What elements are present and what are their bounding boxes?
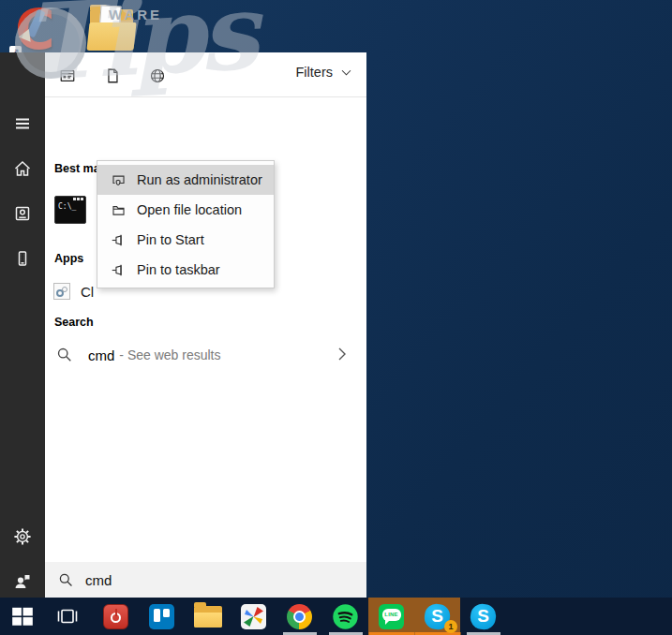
home-icon[interactable] — [0, 148, 45, 189]
menu-item-pin-to-start[interactable]: Pin to Start — [97, 225, 274, 255]
menu-item-run-as-administrator[interactable]: Run as administrator — [97, 165, 274, 195]
search-icon — [56, 347, 73, 363]
devices-icon[interactable] — [0, 238, 45, 279]
power-app-icon — [103, 604, 128, 629]
taskbar: LINE S 1 S — [0, 598, 672, 635]
web-search-result[interactable]: cmd - See web results — [45, 341, 366, 369]
search-box[interactable] — [45, 562, 366, 598]
desktop-screen: C ↗ — [0, 0, 672, 635]
taskbar-app-spotify[interactable] — [322, 598, 368, 635]
command-prompt-icon: C:\_ — [54, 196, 86, 224]
open-file-location-icon — [111, 202, 127, 218]
documents-tab-icon[interactable] — [102, 66, 123, 86]
web-tab-icon[interactable] — [147, 66, 168, 86]
pin-icon — [111, 232, 127, 248]
apps-tab-icon[interactable] — [57, 66, 78, 86]
web-hint: - See web results — [119, 347, 220, 362]
taskbar-app-power[interactable] — [93, 598, 139, 635]
notebook-icon[interactable] — [0, 193, 45, 234]
pin-icon — [111, 262, 127, 278]
taskbar-app-photoscape[interactable] — [231, 598, 276, 635]
menu-item-label: Pin to Start — [137, 232, 204, 247]
trello-icon — [149, 604, 174, 629]
windows-logo-icon — [10, 604, 35, 628]
run-as-administrator-icon — [111, 172, 127, 188]
taskbar-app-chrome[interactable] — [276, 598, 322, 635]
taskbar-app-line[interactable]: LINE — [368, 598, 414, 635]
task-view-icon — [55, 604, 80, 628]
file-explorer-icon — [194, 606, 222, 628]
taskbar-pinned-apps: LINE S 1 S — [93, 598, 506, 635]
app-label: Cl — [81, 284, 94, 300]
apps-header: Apps — [54, 252, 83, 265]
desktop-icon-ccleaner[interactable]: C ↗ — [9, 4, 66, 60]
context-menu: Run as administrator Open file location … — [97, 160, 275, 288]
web-query: cmd — [88, 347, 114, 363]
menu-icon[interactable] — [0, 103, 45, 144]
settings-gear-icon[interactable] — [0, 516, 45, 557]
notification-badge: 1 — [444, 620, 457, 633]
photoscape-icon — [241, 604, 266, 629]
folder-front — [86, 22, 136, 51]
filter-tabs-row: Filters — [45, 52, 366, 97]
menu-item-open-file-location[interactable]: Open file location — [97, 195, 274, 225]
line-icon: LINE — [379, 604, 404, 629]
menu-item-label: Open file location — [137, 202, 242, 217]
chevron-down-icon — [339, 66, 353, 80]
search-header: Search — [54, 316, 94, 329]
menu-item-label: Run as administrator — [137, 172, 262, 187]
feedback-icon[interactable] — [0, 561, 45, 602]
menu-item-pin-to-taskbar[interactable]: Pin to taskbar — [97, 255, 274, 285]
search-results-area: Filters Best match C:\_ Command Prompt A… — [45, 52, 366, 598]
start-button[interactable] — [0, 598, 45, 635]
skype-icon: S — [469, 602, 497, 630]
chevron-right-icon[interactable] — [333, 345, 351, 367]
desktop-icon-folder[interactable] — [88, 4, 139, 54]
search-sidebar — [0, 52, 45, 598]
search-panel: Filters Best match C:\_ Command Prompt A… — [0, 52, 366, 598]
filters-label: Filters — [296, 65, 333, 80]
search-input[interactable] — [85, 572, 329, 588]
app-gears-icon — [53, 283, 70, 300]
taskbar-app-skype[interactable]: S — [460, 598, 506, 635]
filters-button[interactable]: Filters — [296, 65, 353, 80]
search-icon — [58, 572, 74, 588]
taskbar-app-skype-notification[interactable]: S 1 — [414, 598, 460, 635]
chrome-icon — [287, 604, 312, 629]
menu-item-label: Pin to taskbar — [137, 262, 220, 277]
taskbar-app-file-explorer[interactable] — [185, 598, 231, 635]
task-view-button[interactable] — [45, 598, 90, 635]
spotify-icon — [333, 604, 358, 629]
taskbar-app-trello[interactable] — [139, 598, 185, 635]
